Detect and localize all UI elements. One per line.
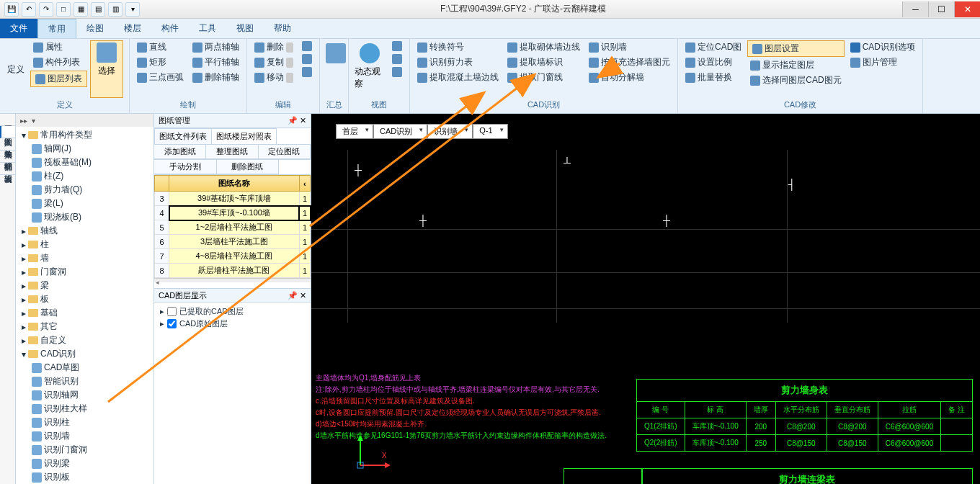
- tree-root[interactable]: ▾常用构件类型: [19, 128, 151, 142]
- table-row[interactable]: 51~2层墙柱平法施工图1: [155, 220, 311, 235]
- select-layer-btn[interactable]: 选择同图层CAD图元: [747, 73, 844, 87]
- tree-item[interactable]: 轴网(J): [19, 142, 151, 156]
- view-sm3[interactable]: [389, 66, 405, 78]
- menu-help[interactable]: 帮助: [264, 19, 301, 38]
- tree-caditem[interactable]: 识别轴网: [19, 388, 151, 402]
- layer-checkbox[interactable]: [167, 307, 177, 316]
- pin-icon[interactable]: 📌: [288, 291, 298, 300]
- add-drawing-btn[interactable]: 添加图纸: [153, 144, 206, 159]
- table-row[interactable]: 8跃层墙柱平法施工图1: [155, 264, 311, 278]
- cad-option-btn[interactable]: CAD识别选项: [847, 40, 918, 54]
- layer-item[interactable]: ▸已提取的CAD图层: [160, 305, 305, 318]
- tree-caditem[interactable]: 识别门窗洞: [19, 443, 151, 457]
- convert-symbol-btn[interactable]: 转换符号: [414, 40, 502, 54]
- locate-drawing-btn[interactable]: 定位图纸: [258, 144, 311, 159]
- copy-btn[interactable]: 复制: [251, 55, 296, 69]
- qat-dropdown-icon[interactable]: ▾: [125, 2, 140, 17]
- tree-caditem[interactable]: 识别板: [19, 470, 151, 484]
- rect-btn[interactable]: 矩形: [134, 55, 187, 69]
- tree-folder[interactable]: ▸基础: [19, 306, 151, 320]
- extract-wallmark-btn[interactable]: 提取墙标识: [504, 55, 583, 69]
- complist-button[interactable]: 构件列表: [30, 55, 87, 69]
- tree-item[interactable]: 柱(Z): [19, 169, 151, 183]
- tree-folder[interactable]: ▸门窗洞: [19, 265, 151, 279]
- tree-caditem[interactable]: CAD草图: [19, 361, 151, 375]
- tree-caditem[interactable]: 智能识别: [19, 375, 151, 388]
- collapse-icon[interactable]: ▾: [32, 117, 35, 125]
- tree-caditem[interactable]: 识别柱: [19, 416, 151, 429]
- table-row[interactable]: 74~8层墙柱平法施工图1: [155, 249, 311, 264]
- set-scale-btn[interactable]: 设置比例: [682, 55, 744, 69]
- tree-folder[interactable]: ▸梁: [19, 279, 151, 292]
- table-row[interactable]: 63层墙柱平法施工图1: [155, 235, 311, 249]
- menu-common[interactable]: 常用: [37, 19, 76, 38]
- category-dropdown[interactable]: CAD识别: [373, 124, 427, 139]
- identify-wall-btn[interactable]: 识别墙: [586, 40, 673, 54]
- delaux-btn[interactable]: 删除辅轴: [190, 71, 242, 84]
- tree-cad-folder[interactable]: ▾CAD识别: [19, 347, 151, 361]
- tree-folder[interactable]: ▸轴线: [19, 224, 151, 238]
- pin-icon[interactable]: 📌: [288, 116, 298, 125]
- table-row[interactable]: 439#车库顶~-0.100墙1: [155, 206, 311, 220]
- vtab-single[interactable]: 单构件输入: [0, 138, 15, 151]
- menu-component[interactable]: 构件: [151, 19, 189, 38]
- vtab-report[interactable]: 报表输出: [0, 163, 15, 175]
- expand-icon[interactable]: ▸▸: [20, 117, 27, 125]
- twopt-btn[interactable]: 两点辅轴: [190, 40, 242, 54]
- view-sm1[interactable]: [389, 40, 405, 52]
- layer-item[interactable]: ▸CAD原始图层: [160, 318, 305, 330]
- edit-sm1[interactable]: [299, 40, 315, 52]
- layerlist-button[interactable]: 图层列表: [30, 71, 87, 87]
- extract-concrete-btn[interactable]: 提取混凝土墙边线: [414, 71, 502, 84]
- tree-folder[interactable]: ▸自定义: [19, 333, 151, 347]
- tree-folder[interactable]: ▸板: [19, 292, 151, 306]
- batch-replace-btn[interactable]: 批量替换: [682, 71, 744, 84]
- menu-draw[interactable]: 绘图: [76, 19, 114, 38]
- tree-item[interactable]: 现浇板(B): [19, 210, 151, 224]
- tab-floormap[interactable]: 图纸楼层对照表: [211, 128, 277, 144]
- show-layer-btn[interactable]: 显示指定图层: [747, 58, 844, 72]
- maximize-button[interactable]: ☐: [928, 1, 954, 17]
- qat-item[interactable]: ▤: [91, 2, 105, 17]
- layer-setting-btn[interactable]: 图层设置: [747, 40, 844, 57]
- attr-button[interactable]: 属性: [30, 40, 87, 54]
- floor-dropdown[interactable]: 首层: [336, 124, 373, 139]
- tab-filelist[interactable]: 图纸文件列表: [154, 128, 212, 144]
- dynview-button[interactable]: 动态观察: [353, 40, 386, 98]
- parallel-btn[interactable]: 平行辅轴: [190, 55, 242, 69]
- locate-cad-btn[interactable]: 定位CAD图: [682, 40, 744, 54]
- tree-caditem[interactable]: 识别墙: [19, 429, 151, 443]
- vtab-drawinput[interactable]: 绘图输入: [0, 126, 15, 138]
- sum-button[interactable]: [324, 40, 347, 98]
- id-dropdown[interactable]: Q-1: [473, 124, 507, 139]
- minimize-button[interactable]: ─: [902, 1, 928, 17]
- move-btn[interactable]: 移动: [251, 71, 296, 84]
- tree-caditem[interactable]: 识别梁: [19, 457, 151, 470]
- tree-item[interactable]: 梁(L): [19, 197, 151, 210]
- tree-caditem[interactable]: 识别柱大样: [19, 402, 151, 416]
- qat-undo-icon[interactable]: ↶: [22, 2, 36, 17]
- delete-btn[interactable]: 删除: [251, 40, 296, 54]
- layer-checkbox[interactable]: [167, 319, 177, 328]
- close-button[interactable]: ✕: [954, 1, 980, 17]
- menu-view[interactable]: 视图: [226, 19, 264, 38]
- type-dropdown[interactable]: 识别墙: [427, 124, 473, 139]
- fill-select-btn[interactable]: 按填充选择墙图元: [586, 55, 673, 69]
- manual-split-btn[interactable]: 手动分割: [153, 159, 217, 174]
- pic-mgr-btn[interactable]: 图片管理: [847, 55, 918, 69]
- close-icon[interactable]: ✕: [300, 116, 306, 125]
- qat-item[interactable]: ▦: [74, 2, 88, 17]
- edit-sm2[interactable]: [299, 53, 315, 65]
- extract-masonry-btn[interactable]: 提取砌体墙边线: [504, 40, 583, 54]
- tree-folder[interactable]: ▸其它: [19, 320, 151, 333]
- qat-item[interactable]: ▥: [108, 2, 122, 17]
- vtab-detail[interactable]: 翻样明细: [0, 151, 15, 163]
- line-btn[interactable]: 直线: [134, 40, 187, 54]
- qat-item[interactable]: □: [56, 2, 71, 17]
- edit-sm3[interactable]: [299, 66, 315, 78]
- tree-folder[interactable]: ▸墙: [19, 251, 151, 265]
- delete-drawing-btn[interactable]: 删除图纸: [216, 159, 280, 174]
- auto-split-btn[interactable]: 自动分解墙: [586, 71, 673, 84]
- identify-shear-btn[interactable]: 识别剪力表: [414, 55, 502, 69]
- tree-folder[interactable]: ▸柱: [19, 238, 151, 251]
